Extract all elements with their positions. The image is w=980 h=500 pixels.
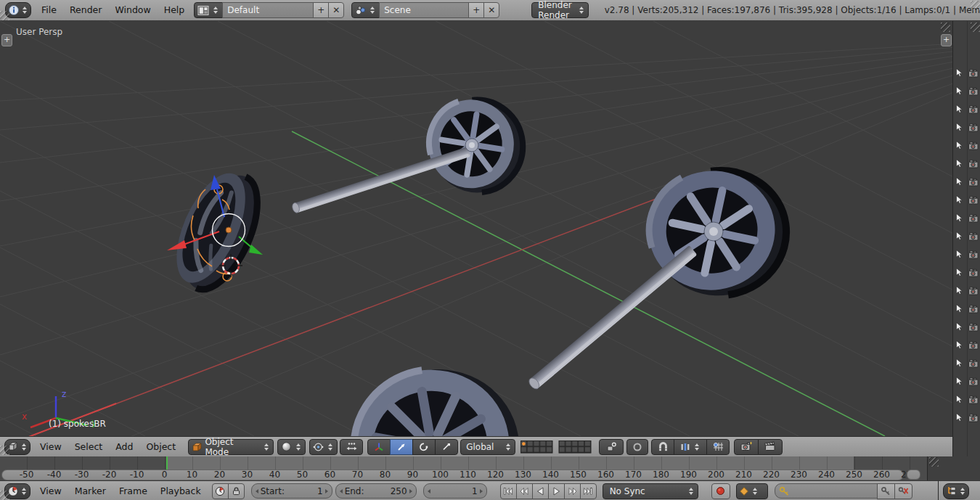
pivot-point-select[interactable] xyxy=(309,439,338,455)
selectable-cursor-icon[interactable] xyxy=(956,159,963,168)
preview-range-toggle[interactable] xyxy=(212,483,229,499)
renderable-camera-icon[interactable] xyxy=(968,323,979,332)
transform-orientation-select[interactable]: Global xyxy=(460,439,515,455)
opengl-render-button[interactable] xyxy=(734,439,759,455)
selectable-cursor-icon[interactable] xyxy=(956,322,963,331)
expand-properties-button[interactable]: + xyxy=(941,34,952,46)
menu-marker[interactable]: Marker xyxy=(68,482,113,500)
timeline-corner-grip[interactable] xyxy=(0,491,9,500)
menu-object[interactable]: Object xyxy=(139,438,182,456)
renderable-camera-icon[interactable] xyxy=(968,414,979,422)
renderable-camera-icon[interactable] xyxy=(968,377,979,386)
viewport-3d[interactable]: z x y User Persp (1) spokesBR + + xyxy=(0,21,952,436)
absolute-grid-snap-toggle[interactable] xyxy=(706,439,730,455)
menu-file[interactable]: File xyxy=(35,1,63,20)
snap-element-select[interactable] xyxy=(674,439,707,455)
renderable-camera-icon[interactable] xyxy=(968,105,979,114)
play-reverse-button[interactable] xyxy=(532,483,549,499)
jump-to-start-button[interactable] xyxy=(500,483,517,499)
wheel-top-middle[interactable] xyxy=(291,94,527,213)
outliner-panel[interactable] xyxy=(952,21,980,456)
corner-grip[interactable] xyxy=(0,11,9,20)
keying-set-field[interactable] xyxy=(775,483,878,499)
menu-frame[interactable]: Frame xyxy=(113,482,154,500)
scene-browse[interactable] xyxy=(351,2,380,18)
insert-keyframe-button[interactable] xyxy=(877,483,895,499)
renderable-camera-icon[interactable] xyxy=(968,87,979,96)
expand-toolshelf-button[interactable]: + xyxy=(1,34,12,46)
menu-view[interactable]: View xyxy=(33,438,68,456)
renderable-camera-icon[interactable] xyxy=(968,341,979,350)
menu-add[interactable]: Add xyxy=(109,438,139,456)
manipulator-toggle-button[interactable] xyxy=(367,439,391,455)
renderable-camera-icon[interactable] xyxy=(968,69,979,78)
next-keyframe-button[interactable] xyxy=(564,483,581,499)
renderable-camera-icon[interactable] xyxy=(968,359,979,368)
screen-layout-name[interactable]: Default xyxy=(222,2,314,18)
translate-manipulator-button[interactable] xyxy=(390,439,413,455)
screen-layout-browse[interactable] xyxy=(194,2,223,18)
selectable-cursor-icon[interactable] xyxy=(956,268,963,276)
menu-help[interactable]: Help xyxy=(158,1,192,20)
renderable-camera-icon[interactable] xyxy=(968,269,979,277)
renderable-camera-icon[interactable] xyxy=(968,305,979,313)
selectable-cursor-icon[interactable] xyxy=(956,286,963,295)
menu-render[interactable]: Render xyxy=(63,1,109,20)
autokey-mode-select[interactable] xyxy=(736,483,768,499)
menu-select[interactable]: Select xyxy=(68,438,110,456)
menu-playback[interactable]: Playback xyxy=(154,482,208,500)
selectable-cursor-icon[interactable] xyxy=(956,123,963,131)
viewport-corner-grip[interactable] xyxy=(941,22,950,32)
auto-keyframe-toggle[interactable] xyxy=(711,483,730,499)
increment-chevron[interactable] xyxy=(480,489,483,493)
play-button[interactable] xyxy=(548,483,565,499)
timeline-scrollbar-end[interactable] xyxy=(907,470,920,480)
add-scene-button[interactable]: + xyxy=(468,2,484,18)
renderable-camera-icon[interactable] xyxy=(968,178,979,187)
selectable-cursor-icon[interactable] xyxy=(956,195,963,204)
outliner-corner-grip[interactable] xyxy=(929,457,939,467)
selectable-cursor-icon[interactable] xyxy=(956,358,963,367)
decrement-chevron[interactable] xyxy=(428,489,430,493)
lock-to-scene-toggle[interactable] xyxy=(599,439,624,455)
close-layout-button[interactable]: ✕ xyxy=(328,2,344,18)
selectable-cursor-icon[interactable] xyxy=(956,395,963,403)
proportional-edit-select[interactable] xyxy=(626,439,648,455)
decrement-chevron[interactable] xyxy=(340,489,343,493)
sync-mode-select[interactable]: No Sync xyxy=(603,483,698,499)
outliner-editor-type[interactable] xyxy=(943,483,969,499)
renderable-camera-icon[interactable] xyxy=(968,196,979,205)
timeline-ruler[interactable]: -50-40-30-20-100102030405060708090100110… xyxy=(0,456,927,481)
renderable-camera-icon[interactable] xyxy=(968,287,979,295)
render-engine-select[interactable]: Blender Render xyxy=(531,2,589,18)
manipulator-y-arrow[interactable] xyxy=(249,245,263,255)
rotate-manipulator-button[interactable] xyxy=(412,439,436,455)
selectable-cursor-icon[interactable] xyxy=(956,141,963,149)
selectable-cursor-icon[interactable] xyxy=(956,177,963,186)
selectable-cursor-icon[interactable] xyxy=(956,340,963,349)
renderable-camera-icon[interactable] xyxy=(968,232,979,241)
lock-time-cursor-toggle[interactable] xyxy=(228,483,245,499)
prev-keyframe-button[interactable] xyxy=(516,483,533,499)
mode-select[interactable]: Object Mode xyxy=(188,439,274,455)
increment-chevron[interactable] xyxy=(409,489,412,493)
current-frame-marker[interactable] xyxy=(166,456,168,470)
layers-widget[interactable] xyxy=(520,440,594,454)
selectable-cursor-icon[interactable] xyxy=(956,304,963,313)
increment-chevron[interactable] xyxy=(325,489,328,493)
jump-to-end-button[interactable] xyxy=(580,483,597,499)
decrement-chevron[interactable] xyxy=(256,489,258,493)
viewport-header-grip[interactable] xyxy=(0,446,9,455)
menu-view[interactable]: View xyxy=(33,482,68,500)
manipulate-centers-toggle[interactable] xyxy=(340,439,363,455)
frame-end-field[interactable]: End: 250 xyxy=(335,483,417,499)
selectable-cursor-icon[interactable] xyxy=(956,413,963,422)
opengl-render-anim-button[interactable] xyxy=(758,439,783,455)
scale-manipulator-button[interactable] xyxy=(435,439,458,455)
axle-right[interactable] xyxy=(527,245,697,390)
selectable-cursor-icon[interactable] xyxy=(956,86,963,95)
scene-name[interactable]: Scene xyxy=(379,2,469,18)
selectable-cursor-icon[interactable] xyxy=(956,377,963,385)
selectable-cursor-icon[interactable] xyxy=(956,231,963,240)
axle-top-middle[interactable] xyxy=(291,147,470,213)
